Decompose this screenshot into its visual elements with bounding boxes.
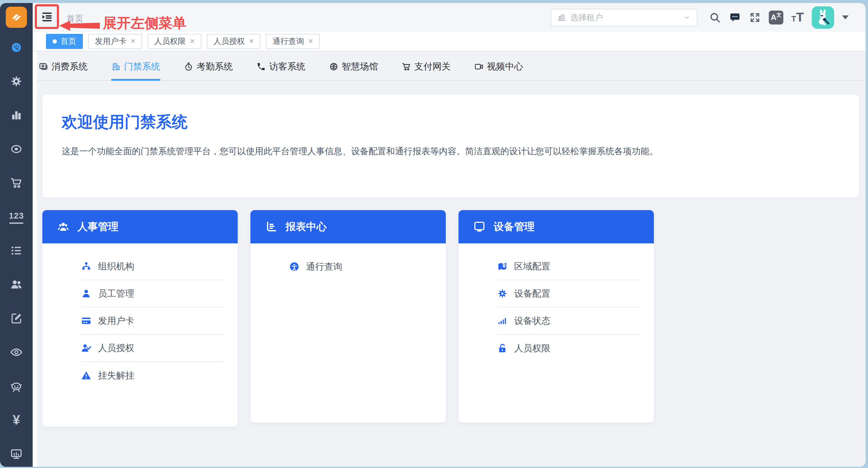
hamburger-unfold-icon[interactable] (40, 10, 54, 23)
menu-item-label: 设备配置 (514, 287, 551, 300)
report-icon (265, 220, 278, 233)
tab-attendance-system[interactable]: 考勤系统 (184, 60, 233, 80)
card-header: 设备管理 (459, 210, 654, 243)
app-logo[interactable] (6, 7, 27, 28)
tab-access-system[interactable]: 门禁系统 (111, 60, 160, 80)
card-menu: 组织机构 员工管理 发用户卡 人员授权 (42, 243, 238, 389)
menu-toggle-button[interactable] (35, 4, 59, 29)
menu-item-label: 通行查询 (306, 260, 342, 273)
eye-icon[interactable] (9, 345, 23, 359)
card-title: 人事管理 (78, 220, 119, 234)
device-icon (473, 220, 486, 233)
close-icon[interactable]: × (249, 37, 254, 45)
menu-item-area-config[interactable]: 区域配置 (497, 253, 641, 280)
tab-label: 智慧场馆 (342, 60, 378, 73)
sidebar: 123 ¥ (0, 3, 33, 467)
font-size-icon[interactable]: T T (791, 12, 804, 22)
tab-video-center[interactable]: 视频中心 (474, 60, 523, 80)
function-cards: 人事管理 组织机构 员工管理 发用户卡 (42, 210, 866, 427)
tag-person-authorize[interactable]: 人员授权 × (207, 34, 261, 49)
building-icon (557, 13, 566, 22)
header: 首页 展开左侧菜单 选择租户 A 文 T (33, 3, 866, 32)
tag-issue-card[interactable]: 发用户卡 × (88, 34, 142, 49)
active-dot-icon (53, 39, 57, 43)
card-header: 报表中心 (250, 210, 446, 243)
warning-icon (81, 370, 91, 381)
menu-item-device-status[interactable]: 设备状态 (497, 308, 641, 335)
system-tabs: 消费系统 门禁系统 考勤系统 访客系统 智慧场馆 (37, 52, 866, 81)
tab-payment-gateway[interactable]: 支付网关 (402, 60, 451, 80)
monitor-ring-icon[interactable] (9, 142, 23, 156)
message-icon[interactable] (729, 11, 741, 24)
menu-item-pass-query[interactable]: 通行查询 (289, 253, 433, 280)
annotation-label: 展开左侧菜单 (103, 14, 186, 33)
robot-icon[interactable] (9, 379, 23, 393)
gear-icon[interactable] (9, 74, 23, 88)
user-check-icon (81, 343, 91, 353)
bunny-avatar-image (814, 9, 832, 26)
sidebar-nav: 123 ¥ (9, 40, 23, 461)
phone-icon (256, 62, 266, 71)
main-area: 首页 展开左侧菜单 选择租户 A 文 T (33, 3, 866, 467)
close-icon[interactable]: × (308, 37, 313, 45)
fullscreen-icon[interactable] (749, 11, 761, 24)
tag-label: 通行查询 (273, 36, 304, 46)
menu-item-loss-report[interactable]: 挂失解挂 (81, 362, 224, 389)
task-list-icon[interactable] (9, 244, 23, 257)
menu-item-person-permission[interactable]: 人员权限 (497, 335, 641, 362)
id-card-icon (81, 316, 91, 326)
screen-stats-icon[interactable] (9, 447, 23, 461)
tag-person-permission[interactable]: 人员权限 × (148, 34, 202, 49)
card-menu: 区域配置 设备配置 设备状态 人员权限 (459, 243, 654, 362)
shopping-cart-icon[interactable] (9, 176, 23, 190)
tenant-select[interactable]: 选择租户 (551, 9, 698, 26)
menu-item-label: 设备状态 (514, 315, 551, 327)
tab-label: 考勤系统 (196, 60, 233, 73)
card-header: 人事管理 (42, 210, 238, 243)
avatar[interactable] (812, 6, 834, 29)
menu-item-label: 发用户卡 (98, 315, 134, 327)
tag-bar: 首页 发用户卡 × 人员权限 × 人员授权 × 通行查询 × (33, 32, 866, 52)
tab-label: 消费系统 (52, 60, 88, 73)
tab-consume-system[interactable]: 消费系统 (39, 60, 88, 80)
edit-note-icon[interactable] (9, 311, 23, 325)
tag-pass-query[interactable]: 通行查询 × (266, 34, 320, 49)
tab-smart-venue[interactable]: 智慧场馆 (329, 60, 378, 80)
menu-item-label: 区域配置 (514, 260, 551, 273)
numbers-123-icon[interactable]: 123 (9, 210, 23, 224)
close-icon[interactable]: × (131, 37, 135, 45)
globe-icon (329, 62, 338, 71)
search-icon[interactable] (709, 11, 721, 24)
translate-icon[interactable]: A 文 (769, 10, 783, 25)
tag-label: 发用户卡 (95, 36, 126, 46)
dashboard-icon[interactable] (9, 40, 23, 55)
tab-label: 支付网关 (414, 60, 451, 73)
user-group-icon[interactable] (9, 278, 23, 291)
gear-icon (497, 288, 507, 299)
card-title: 设备管理 (494, 220, 535, 234)
tag-label: 首页 (61, 36, 76, 46)
menu-item-device-config[interactable]: 设备配置 (497, 280, 641, 308)
currency-yen-icon[interactable]: ¥ (9, 413, 23, 427)
tag-label: 人员授权 (214, 36, 245, 46)
tag-home[interactable]: 首页 (46, 34, 83, 49)
logo-icon (9, 10, 24, 25)
menu-item-issue-card[interactable]: 发用户卡 (81, 308, 224, 335)
welcome-banner: 欢迎使用门禁系统 这是一个功能全面的门禁系统管理平台，您可以使用此平台管理人事信… (42, 95, 859, 197)
menu-item-authorize[interactable]: 人员授权 (81, 335, 224, 362)
cart-icon (402, 62, 411, 71)
menu-item-org[interactable]: 组织机构 (81, 253, 224, 280)
tab-label: 门禁系统 (124, 60, 160, 73)
tenant-select-placeholder: 选择租户 (570, 12, 679, 23)
user-icon (81, 288, 91, 299)
user-menu-caret-icon[interactable] (842, 15, 849, 19)
menu-item-employee[interactable]: 员工管理 (81, 280, 224, 308)
card-devices: 设备管理 区域配置 设备配置 设备状态 (459, 210, 654, 423)
tab-visitor-system[interactable]: 访客系统 (256, 60, 306, 80)
bar-chart-icon[interactable] (9, 108, 23, 122)
tab-label: 访客系统 (269, 60, 306, 73)
content: 消费系统 门禁系统 考勤系统 访客系统 智慧场馆 (37, 52, 866, 467)
close-icon[interactable]: × (190, 37, 195, 45)
card-personnel: 人事管理 组织机构 员工管理 发用户卡 (42, 210, 238, 427)
header-tools: 选择租户 A 文 T T (551, 6, 866, 29)
